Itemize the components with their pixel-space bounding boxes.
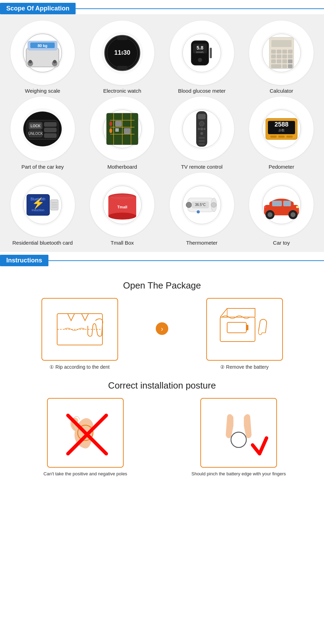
svg-rect-43 <box>288 64 292 68</box>
svg-text:LOCK: LOCK <box>31 124 41 128</box>
item-circle-calculator <box>249 21 314 85</box>
instructions-section: Open The Package <box>0 273 324 490</box>
weighing-scale-label: Weighing scale <box>25 88 60 94</box>
step-1-box <box>41 298 118 361</box>
item-circle-tv-remote <box>170 97 234 161</box>
item-circle-motherboard <box>90 97 154 161</box>
svg-text:Bluetooth: Bluetooth <box>31 197 45 201</box>
svg-rect-65 <box>124 128 130 134</box>
svg-rect-35 <box>283 55 287 58</box>
svg-rect-135 <box>246 325 248 330</box>
item-electronic-watch: 11:30 Electronic watch <box>83 21 162 94</box>
scope-header-line <box>76 8 324 9</box>
item-circle-blood-glucose: 5.8 mmol/L <box>170 21 234 85</box>
svg-point-125 <box>268 212 272 217</box>
items-grid: 80 kg Weighing scale 11:30 <box>3 21 321 246</box>
svg-rect-89 <box>286 136 293 138</box>
posture-wrong-label: Can't take the positive and negative pol… <box>44 471 127 476</box>
svg-rect-38 <box>277 60 281 63</box>
item-pedometer: 2588 步数 Pedometer <box>242 97 321 170</box>
svg-rect-31 <box>283 50 287 53</box>
tv-remote-icon <box>179 106 224 152</box>
svg-rect-122 <box>272 201 282 206</box>
item-calculator: Calculator <box>242 21 321 94</box>
posture-wrong-item: Can't take the positive and negative pol… <box>14 398 157 476</box>
svg-point-106 <box>110 194 134 199</box>
svg-text:2588: 2588 <box>275 121 288 128</box>
svg-text:Induction: Induction <box>32 208 45 212</box>
svg-text:步数: 步数 <box>278 129 285 132</box>
svg-rect-96 <box>51 200 58 210</box>
item-circle-car-toy <box>249 172 314 237</box>
svg-rect-66 <box>115 128 119 132</box>
svg-rect-34 <box>277 55 281 58</box>
tv-remote-label: TV remote control <box>181 164 223 170</box>
svg-point-76 <box>198 128 200 130</box>
posture-wrong-illustration <box>49 400 122 466</box>
posture-correct-illustration <box>202 400 275 466</box>
car-key-icon: LOCK UNLOCK <box>20 106 65 152</box>
scope-badge: Scope Of Application <box>0 3 76 14</box>
electronic-watch-label: Electronic watch <box>103 88 141 94</box>
step-1-item: ① Rip according to the dent <box>14 298 145 370</box>
item-tmall-box: Tmall Tmall Box <box>83 172 162 246</box>
svg-rect-129 <box>264 206 266 208</box>
svg-point-127 <box>291 212 295 217</box>
svg-rect-33 <box>271 55 276 58</box>
svg-rect-132 <box>220 317 255 342</box>
svg-rect-36 <box>288 55 292 58</box>
svg-point-74 <box>200 128 203 130</box>
svg-rect-39 <box>283 60 287 63</box>
svg-rect-78 <box>199 137 205 139</box>
svg-point-24 <box>198 58 202 62</box>
blood-glucose-label: Blood glucose meter <box>178 88 226 94</box>
step-2-label: ② Remove the battery <box>220 364 269 370</box>
step-1-illustration <box>50 303 109 355</box>
item-circle-weighing-scale: 80 kg <box>10 21 75 85</box>
svg-rect-123 <box>283 201 291 206</box>
thermometer-label: Thermometer <box>186 240 217 246</box>
instructions-badge: Instructions <box>0 255 48 266</box>
item-car-toy: Car toy <box>242 172 321 246</box>
posture-correct-item: Should pinch the battery edge with your … <box>167 398 310 476</box>
item-circle-bluetooth-card: ⚡ Bluetooth Induction <box>10 172 75 237</box>
car-toy-label: Car toy <box>273 240 290 246</box>
svg-point-139 <box>231 432 246 447</box>
svg-point-115 <box>197 210 200 213</box>
svg-rect-53 <box>44 128 56 132</box>
svg-point-16 <box>121 52 123 54</box>
svg-rect-32 <box>288 50 292 53</box>
svg-rect-23 <box>210 48 212 58</box>
open-package-title: Open The Package <box>0 273 324 294</box>
step-2-illustration <box>215 303 274 355</box>
motherboard-icon <box>100 106 145 152</box>
svg-point-9 <box>53 60 56 63</box>
svg-rect-14 <box>117 66 128 69</box>
svg-rect-42 <box>283 64 287 68</box>
item-circle-tmall-box: Tmall <box>90 172 154 237</box>
bluetooth-card-icon: ⚡ Bluetooth Induction <box>20 182 65 228</box>
svg-rect-64 <box>115 121 122 127</box>
electronic-watch-icon: 11:30 <box>100 30 145 76</box>
step-2-box <box>206 298 283 361</box>
svg-rect-37 <box>271 60 276 63</box>
step-arrow: › <box>156 322 168 335</box>
svg-point-73 <box>199 121 204 126</box>
item-circle-thermometer: 36.5°C <box>170 172 234 237</box>
svg-rect-29 <box>271 50 276 53</box>
svg-rect-72 <box>198 114 206 119</box>
thermometer-icon: 36.5°C <box>179 182 224 228</box>
item-blood-glucose: 5.8 mmol/L Blood glucose meter <box>163 21 241 94</box>
item-thermometer: 36.5°C Thermometer <box>163 172 241 246</box>
calculator-label: Calculator <box>270 88 293 94</box>
tmall-box-label: Tmall Box <box>110 240 134 246</box>
posture-wrong-box <box>47 398 124 468</box>
pedometer-icon: 2588 步数 <box>259 106 304 152</box>
svg-rect-116 <box>211 202 216 207</box>
car-toy-icon <box>259 182 304 228</box>
svg-text:5.8: 5.8 <box>197 45 204 51</box>
item-circle-pedometer: 2588 步数 <box>249 97 314 161</box>
svg-text:36.5°C: 36.5°C <box>195 203 206 207</box>
posture-correct-label: Should pinch the battery edge with your … <box>191 471 286 476</box>
car-key-label: Part of the car key <box>21 164 64 170</box>
